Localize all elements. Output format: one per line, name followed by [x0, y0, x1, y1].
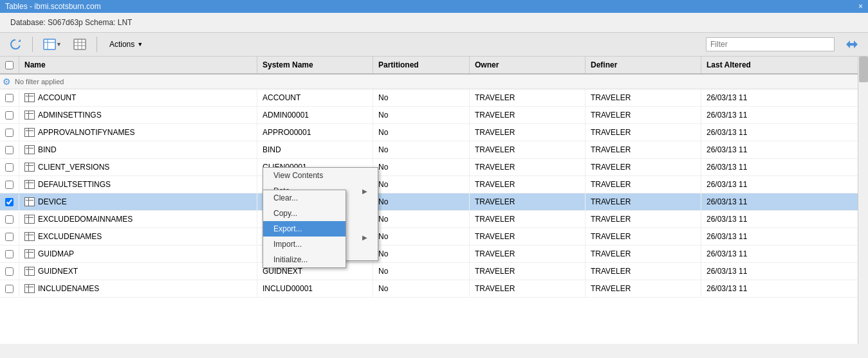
table-row[interactable]: EXCLUDENAMES EXCLUD00002 No TRAVELER TRA…	[0, 228, 868, 246]
table-row[interactable]: ACCOUNT ACCOUNT No TRAVELER TRAVELER 26/…	[0, 89, 868, 107]
header-partitioned: Partitioned	[373, 57, 470, 73]
row-check[interactable]	[0, 159, 19, 175]
icon-btn-1[interactable]: ▼	[39, 36, 66, 53]
filter-row: ⚙ No filter applied ×	[0, 75, 868, 89]
actions-label: Actions	[109, 40, 134, 49]
header-name: Name	[19, 57, 257, 73]
icon-btn-2[interactable]	[69, 36, 90, 53]
row-checkbox[interactable]	[5, 198, 14, 206]
row-last-altered: 26/03/13 11	[701, 159, 868, 175]
row-check[interactable]	[0, 211, 19, 228]
filter-input[interactable]	[706, 37, 835, 51]
row-definer: TRAVELER	[586, 107, 701, 123]
table-row[interactable]: GUIDNEXT GUIDNEXT No TRAVELER TRAVELER 2…	[0, 263, 868, 280]
svg-marker-0	[18, 39, 21, 42]
row-check[interactable]	[0, 142, 19, 158]
row-check[interactable]	[0, 125, 19, 141]
submenu-item-label: Clear...	[273, 193, 298, 202]
row-partitioned: No	[373, 280, 470, 297]
row-checkbox[interactable]	[5, 129, 14, 137]
row-checkbox[interactable]	[5, 250, 14, 258]
scrollbar[interactable]	[858, 57, 868, 344]
row-name-text: INCLUDENAMES	[38, 284, 99, 293]
row-last-altered: 26/03/13 11	[701, 280, 868, 297]
navigate-icon	[845, 38, 859, 51]
refresh-button[interactable]	[5, 35, 26, 53]
actions-arrow-icon: ▼	[137, 41, 143, 48]
row-check[interactable]	[0, 90, 19, 106]
data-submenu-item-clear[interactable]: Clear...	[263, 190, 346, 206]
scroll-thumb[interactable]	[859, 57, 868, 82]
row-check[interactable]	[0, 194, 19, 210]
context-menu-item-view-contents[interactable]: View Contents	[263, 168, 378, 183]
row-definer: TRAVELER	[586, 228, 701, 245]
db-info: Database: S067d63p Schema: LNT	[0, 13, 868, 32]
select-all-checkbox[interactable]	[5, 61, 14, 69]
ctx-item-label: View Contents	[273, 171, 323, 180]
row-check[interactable]	[0, 246, 19, 262]
table-row[interactable]: ADMINSETTINGS ADMIN00001 No TRAVELER TRA…	[0, 107, 868, 124]
row-check[interactable]	[0, 229, 19, 245]
svg-marker-9	[846, 40, 858, 48]
data-submenu-item-initialize[interactable]: Initialize...	[263, 252, 346, 267]
table-icon	[24, 145, 35, 154]
row-definer: TRAVELER	[586, 193, 701, 210]
row-checkbox[interactable]	[5, 215, 14, 224]
filter-row-text: No filter applied	[15, 78, 64, 85]
dropdown-arrow-icon: ▼	[56, 41, 62, 48]
row-check[interactable]	[0, 264, 19, 280]
row-check[interactable]	[0, 281, 19, 297]
header-owner: Owner	[470, 57, 586, 73]
row-partitioned: No	[373, 176, 470, 193]
header-check[interactable]	[0, 57, 19, 73]
row-checkbox[interactable]	[5, 181, 14, 189]
row-check[interactable]	[0, 177, 19, 193]
row-name: EXCLUDEDOMAINNAMES	[19, 211, 257, 228]
row-checkbox[interactable]	[5, 267, 14, 276]
row-partitioned: No	[373, 124, 470, 141]
data-submenu-item-import[interactable]: Import...	[263, 237, 346, 252]
row-name-text: EXCLUDEDOMAINNAMES	[38, 215, 133, 224]
table-row[interactable]: BIND BIND No TRAVELER TRAVELER 26/03/13 …	[0, 141, 868, 159]
table-row[interactable]: APPROVALNOTIFYNAMES APPRO00001 No TRAVEL…	[0, 124, 868, 141]
row-last-altered: 26/03/13 11	[701, 176, 868, 193]
header-last-altered: Last Altered	[701, 57, 868, 73]
table-row[interactable]: DEFAULTSETTINGS DEFAU00001 No TRAVELER T…	[0, 176, 868, 193]
data-submenu: Clear...Copy...Export...Import...Initial…	[263, 190, 346, 268]
row-checkbox[interactable]	[5, 94, 14, 102]
table-row[interactable]: DEVICE DEVICE No TRAVELER TRAVELER 26/03…	[0, 193, 868, 211]
nav-button[interactable]	[841, 35, 863, 53]
row-name-text: ACCOUNT	[38, 93, 76, 102]
row-owner: TRAVELER	[470, 280, 586, 297]
row-partitioned: No	[373, 89, 470, 106]
row-owner: TRAVELER	[470, 107, 586, 123]
row-owner: TRAVELER	[470, 193, 586, 210]
header-definer: Definer	[586, 57, 701, 73]
table-row[interactable]: EXCLUDEDOMAINNAMES EXCLUD00001 No TRAVEL…	[0, 211, 868, 228]
column-headers: Name System Name Partitioned Owner Defin…	[0, 57, 868, 75]
header-sysname: System Name	[257, 57, 373, 73]
close-icon[interactable]: ×	[858, 2, 863, 11]
table-row[interactable]: CLIENT_VERSIONS CLIEN00001 No TRAVELER T…	[0, 159, 868, 176]
row-checkbox[interactable]	[5, 111, 14, 120]
row-sysname: BIND	[257, 141, 373, 158]
table-list-icon	[43, 39, 56, 50]
row-checkbox[interactable]	[5, 146, 14, 154]
data-submenu-item-copy[interactable]: Copy...	[263, 206, 346, 221]
row-name-text: ADMINSETTINGS	[38, 111, 102, 120]
row-definer: TRAVELER	[586, 263, 701, 280]
table-row[interactable]: INCLUDENAMES INCLUD00001 No TRAVELER TRA…	[0, 280, 868, 298]
row-checkbox[interactable]	[5, 233, 14, 241]
row-check[interactable]	[0, 107, 19, 123]
row-definer: TRAVELER	[586, 176, 701, 193]
row-checkbox[interactable]	[5, 285, 14, 293]
row-checkbox[interactable]	[5, 163, 14, 172]
actions-button[interactable]: Actions ▼	[104, 37, 149, 52]
table-icon	[24, 232, 35, 241]
data-submenu-item-export[interactable]: Export...	[263, 221, 346, 237]
window-title: Tables - ibmi.scotsburn.com	[5, 2, 101, 11]
row-last-altered: 26/03/13 11	[701, 193, 868, 210]
row-sysname: ADMIN00001	[257, 107, 373, 123]
table-row[interactable]: GUIDMAP GUIDMAP No TRAVELER TRAVELER 26/…	[0, 246, 868, 263]
data-rows: ACCOUNT ACCOUNT No TRAVELER TRAVELER 26/…	[0, 89, 868, 298]
